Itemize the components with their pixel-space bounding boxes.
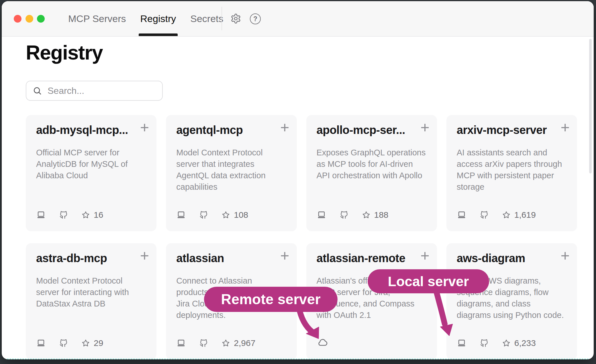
star-icon [221,339,230,347]
github-icon [480,210,489,219]
toolbar-divider [221,7,222,30]
github-icon [199,339,208,348]
add-server-button[interactable]: + [420,248,430,263]
star-icon [502,339,511,347]
tab-registry[interactable]: Registry [140,1,176,36]
server-card-arxiv-mcp-server[interactable]: arxiv-mcp-server + AI assistants search … [446,115,577,231]
server-description: Exposes GraphQL operationsas MCP tools f… [317,147,427,181]
card-footer: 108 [176,210,248,220]
tab-bar: MCP Servers Registry Secrets [68,1,223,36]
server-card-aws-diagram[interactable]: aws-diagram + Create AWS diagrams,sequen… [446,243,577,359]
add-server-button[interactable]: + [140,248,149,263]
screenshot-stage: MCP Servers Registry Secrets ? Registry [0,0,596,364]
card-footer [317,337,328,348]
server-description: AI assistants search andaccess arXiv pap… [457,147,567,193]
github-icon [340,210,349,219]
laptop-icon [317,210,326,220]
remote-server-callout: Remote server [204,287,338,312]
help-icon[interactable]: ? [250,13,261,24]
star-count: 6,233 [514,338,536,348]
page-title: Registry [26,41,103,64]
star-count: 29 [94,338,103,348]
server-card-agentql-mcp[interactable]: agentql-mcp + Model Context Protocolserv… [166,115,297,231]
add-server-button[interactable]: + [420,120,430,135]
laptop-icon [36,210,46,220]
registry-card-grid: adb-mysql-mcp... + Official MCP server f… [26,115,577,359]
server-name: agentql-mcp [176,124,286,136]
capture-edge-line [2,359,594,359]
server-description: Official MCP server forAnalyticDB for My… [36,147,146,181]
cloud-icon [317,337,328,348]
laptop-icon [36,338,46,348]
search-input[interactable] [47,85,168,96]
zoom-button[interactable] [37,15,45,23]
scrollbar-thumb[interactable] [589,39,592,173]
minimize-button[interactable] [26,15,33,23]
tab-mcp-servers[interactable]: MCP Servers [68,1,126,36]
local-server-callout: Local server [368,269,489,293]
server-card-adb-mysql-mcp[interactable]: adb-mysql-mcp... + Official MCP server f… [26,115,156,231]
add-server-button[interactable]: + [560,248,570,263]
server-name: astra-db-mcp [36,252,146,265]
github-icon [480,339,489,348]
card-footer: 188 [317,210,389,220]
github-icon [199,210,208,219]
laptop-icon [176,210,186,220]
star-icon [221,211,230,219]
add-server-button[interactable]: + [280,248,289,263]
card-footer: 29 [36,338,103,348]
star-icon [81,211,90,219]
laptop-icon [176,338,186,348]
laptop-icon [457,338,466,348]
card-footer: 2,967 [176,338,255,348]
search-box[interactable] [26,81,163,101]
server-card-apollo-mcp-server[interactable]: apollo-mcp-ser... + Exposes GraphQL oper… [306,115,437,231]
close-button[interactable] [14,15,21,23]
star-icon [81,339,90,347]
settings-gear-icon[interactable] [230,13,242,24]
star-count: 1,619 [514,210,536,220]
laptop-icon [457,210,466,220]
add-server-button[interactable]: + [280,120,289,135]
card-footer: 6,233 [457,338,536,348]
github-icon [59,210,68,219]
server-name: apollo-mcp-ser... [317,124,427,136]
star-count: 2,967 [234,338,255,348]
server-name: adb-mysql-mcp... [36,124,146,136]
github-icon [59,339,68,348]
add-server-button[interactable]: + [140,120,149,135]
server-name: arxiv-mcp-server [457,124,567,136]
card-footer: 16 [36,210,103,220]
server-card-astra-db-mcp[interactable]: astra-db-mcp + Model Context Protocolser… [26,243,156,359]
server-description: Model Context Protocolserver for interac… [36,275,146,309]
card-footer: 1,619 [457,210,536,220]
server-name: atlassian [176,252,286,265]
star-count: 108 [234,210,248,220]
server-name: atlassian-remote [317,252,427,265]
server-description: Model Context Protocolserver that integr… [176,147,286,193]
add-server-button[interactable]: + [560,120,570,135]
star-count: 188 [374,210,389,220]
star-count: 16 [94,210,103,220]
title-bar: MCP Servers Registry Secrets ? [2,1,594,37]
star-icon [362,211,370,219]
star-icon [502,211,511,219]
server-name: aws-diagram [457,252,567,265]
tab-secrets[interactable]: Secrets [190,1,223,36]
search-icon [33,86,42,95]
